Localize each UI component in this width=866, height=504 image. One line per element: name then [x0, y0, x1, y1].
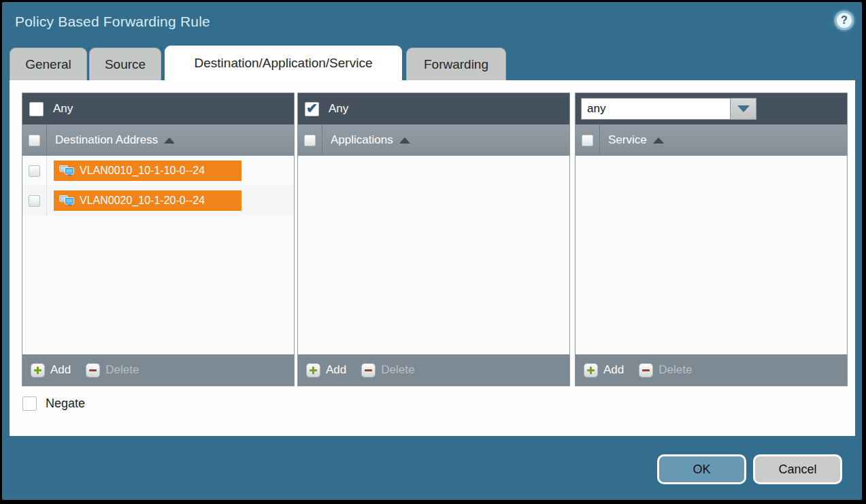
tab-general-label: General [25, 57, 71, 72]
applications-any-checkbox[interactable]: ✔ [305, 102, 319, 116]
checkmark-icon: ✔ [306, 100, 318, 116]
policy-forwarding-dialog: Policy Based Forwarding Rule ? General S… [2, 2, 862, 500]
service-column-label: Service [608, 133, 647, 147]
delete-minus-icon [361, 363, 376, 377]
applications-delete-button[interactable]: Delete [361, 363, 414, 377]
negate-label: Negate [46, 397, 85, 411]
service-panel: any Service Add [575, 93, 848, 386]
table-row[interactable]: VLAN0020_10-1-20-0--24 [22, 186, 294, 216]
service-type-dropdown[interactable]: any [581, 98, 756, 120]
address-object-label: VLAN0020_10-1-20-0--24 [80, 195, 205, 207]
applications-any-label: Any [329, 102, 348, 116]
dialog-title: Policy Based Forwarding Rule [15, 14, 210, 30]
delete-label: Delete [105, 363, 139, 377]
delete-label: Delete [659, 363, 692, 377]
destination-add-button[interactable]: Add [31, 363, 71, 377]
tab-forwarding-label: Forwarding [424, 57, 488, 72]
applications-select-all-checkbox[interactable] [304, 135, 316, 146]
service-select-all-checkbox[interactable] [582, 135, 593, 146]
delete-minus-icon [86, 363, 100, 377]
negate-checkbox[interactable] [22, 397, 37, 411]
destination-column-label: Destination Address [55, 133, 158, 147]
tab-source-label: Source [105, 57, 146, 72]
row-checkbox[interactable] [29, 195, 40, 207]
destination-any-label: Any [53, 102, 73, 116]
negate-option: Negate [22, 397, 85, 411]
applications-list [298, 156, 569, 354]
destination-any-checkbox[interactable] [29, 102, 44, 116]
table-row[interactable]: VLAN0010_10-1-10-0--24 [22, 156, 294, 186]
applications-any-header: ✔ Any [298, 93, 569, 124]
destination-panel: Any Destination Address [22, 93, 295, 386]
service-toolbar: Add Delete [576, 354, 847, 386]
cancel-button[interactable]: Cancel [753, 454, 842, 484]
sort-ascending-icon [653, 137, 664, 144]
tab-forwarding[interactable]: Forwarding [406, 48, 506, 80]
sort-ascending-icon [399, 137, 410, 144]
network-address-icon [59, 194, 74, 207]
ok-button[interactable]: OK [657, 454, 746, 484]
address-object-chip[interactable]: VLAN0010_10-1-10-0--24 [54, 161, 242, 181]
sort-ascending-icon [164, 137, 175, 144]
applications-add-button[interactable]: Add [306, 363, 346, 377]
service-add-button[interactable]: Add [584, 363, 624, 377]
chevron-down-icon [737, 105, 750, 112]
destination-delete-button[interactable]: Delete [86, 363, 139, 377]
address-object-label: VLAN0010_10-1-10-0--24 [80, 165, 205, 177]
applications-panel: ✔ Any Applications Add Delete [297, 93, 570, 386]
applications-column-label: Applications [331, 133, 393, 147]
dropdown-button[interactable] [731, 98, 756, 120]
destination-toolbar: Add Delete [22, 354, 294, 386]
network-address-icon [59, 164, 74, 178]
applications-column-header[interactable]: Applications [298, 124, 569, 156]
tab-source[interactable]: Source [89, 48, 161, 80]
add-label: Add [326, 363, 346, 377]
tab-destination-application-service[interactable]: Destination/Application/Service [165, 46, 402, 80]
destination-list: VLAN0010_10-1-10-0--24 [22, 156, 294, 354]
service-delete-button[interactable]: Delete [639, 363, 692, 377]
applications-toolbar: Add Delete [298, 354, 569, 386]
destination-any-header: Any [22, 93, 294, 124]
tab-general[interactable]: General [10, 48, 87, 80]
tab-content-area: Any Destination Address [10, 80, 855, 436]
add-plus-icon [31, 363, 45, 377]
row-checkbox[interactable] [29, 165, 40, 177]
destination-select-all-checkbox[interactable] [29, 135, 40, 146]
address-object-chip[interactable]: VLAN0020_10-1-20-0--24 [54, 190, 242, 211]
service-type-value: any [581, 98, 731, 120]
service-list [576, 156, 847, 354]
add-plus-icon [306, 363, 320, 377]
service-any-header: any [576, 93, 847, 124]
help-icon[interactable]: ? [835, 11, 854, 30]
delete-label: Delete [381, 363, 414, 377]
add-label: Add [603, 363, 624, 377]
add-plus-icon [584, 363, 598, 377]
service-column-header[interactable]: Service [576, 124, 847, 156]
tab-das-label: Destination/Application/Service [195, 56, 373, 71]
add-label: Add [50, 363, 71, 377]
delete-minus-icon [639, 363, 653, 377]
destination-column-header[interactable]: Destination Address [22, 124, 294, 156]
